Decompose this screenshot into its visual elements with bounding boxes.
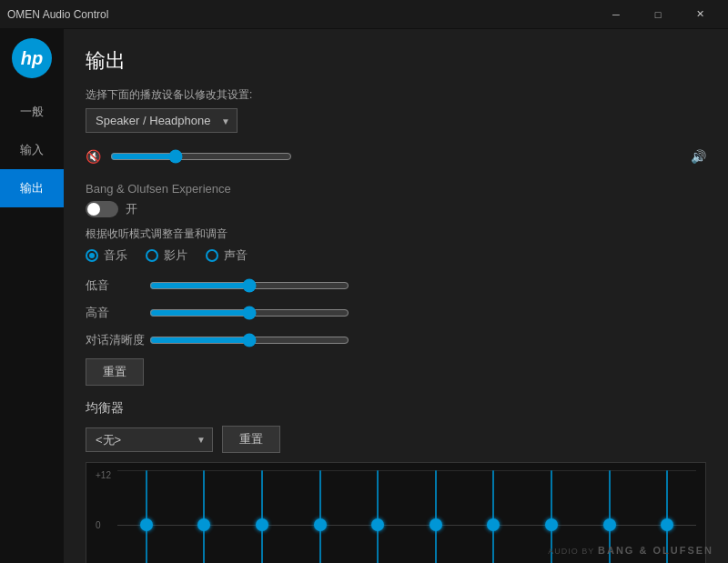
eq-thumb-0[interactable] (140, 518, 153, 531)
sidebar-item-general[interactable]: 一般 (0, 93, 64, 131)
treble-label: 高音 (86, 305, 149, 321)
sidebar: hp 一般 输入 输出 (0, 29, 64, 563)
sidebar-item-input[interactable]: 输入 (0, 131, 64, 169)
page-title: 输出 (86, 47, 706, 75)
mode-label: 根据收听模式调整音量和调音 (86, 226, 706, 242)
main-content: 输出 选择下面的播放设备以修改其设置: Speaker / Headphone … (64, 29, 728, 563)
eq-controls-row: <无> ▼ 重置 (86, 426, 706, 453)
eq-band-5 (427, 470, 445, 563)
beo-section: Bang & Olufsen Experience 开 根据收听模式调整音量和调… (86, 182, 706, 264)
treble-row: 高音 (86, 304, 706, 322)
eq-band-3 (311, 470, 329, 563)
eq-thumb-2[interactable] (256, 518, 268, 531)
footer: AUDIO BY BANG & OLUFSEN (548, 545, 713, 556)
eq-db-label-plus12: +12 (96, 470, 117, 480)
radio-voice[interactable]: 声音 (206, 247, 248, 264)
bass-row: 低音 (86, 276, 706, 295)
app-body: hp 一般 输入 输出 输出 选择下面的播放设备以修改其设置: Speaker … (0, 29, 728, 563)
clarity-row: 对话清晰度 (86, 331, 706, 349)
eq-db-label-zero: 0 (96, 520, 117, 530)
params-reset-button[interactable]: 重置 (86, 358, 144, 386)
eq-db-labels: +12 0 -12 (96, 470, 117, 563)
treble-slider-container (149, 304, 706, 322)
footer-audio-by: AUDIO BY (548, 547, 594, 556)
eq-thumb-5[interactable] (430, 518, 442, 531)
eq-band-1 (195, 470, 213, 563)
bass-slider-container (149, 276, 706, 295)
radio-music[interactable]: 音乐 (86, 247, 127, 264)
eq-thumb-9[interactable] (661, 518, 673, 531)
eq-label: 均衡器 (86, 400, 706, 417)
beo-toggle[interactable] (86, 201, 118, 217)
eq-band-4 (369, 470, 387, 563)
maximize-button[interactable]: □ (637, 0, 679, 29)
volume-slider-container (110, 147, 682, 166)
eq-preset-dropdown[interactable]: <无> (86, 427, 213, 452)
toggle-knob (87, 203, 100, 216)
sidebar-item-output[interactable]: 输出 (0, 169, 64, 207)
device-dropdown-container: Speaker / Headphone ▼ (86, 108, 238, 133)
eq-reset-button[interactable]: 重置 (222, 426, 280, 453)
treble-slider[interactable] (149, 306, 349, 320)
clarity-slider[interactable] (149, 333, 349, 347)
minimize-button[interactable]: ─ (595, 0, 637, 29)
window-controls: ─ □ ✕ (595, 0, 721, 29)
eq-thumb-6[interactable] (487, 518, 500, 531)
bass-label: 低音 (86, 277, 149, 294)
eq-thumb-8[interactable] (603, 518, 616, 531)
radio-circle-voice (206, 249, 218, 262)
device-label: 选择下面的播放设备以修改其设置: (86, 87, 706, 103)
eq-band-6 (484, 470, 502, 563)
eq-preset-dropdown-container: <无> ▼ (86, 427, 213, 452)
eq-band-0 (137, 470, 156, 563)
footer-brand: BANG & OLUFSEN (598, 545, 713, 556)
bass-slider[interactable] (149, 278, 349, 293)
titlebar: OMEN Audio Control ─ □ ✕ (0, 0, 728, 29)
app-title: OMEN Audio Control (7, 8, 595, 21)
eq-band-2 (253, 470, 271, 563)
toggle-label: 开 (126, 201, 137, 217)
eq-thumb-3[interactable] (314, 518, 327, 531)
eq-section: 均衡器 <无> ▼ 重置 +12 0 -12 (86, 400, 706, 563)
beo-label: Bang & Olufsen Experience (86, 182, 706, 196)
clarity-slider-container (149, 331, 706, 349)
volume-min-icon: 🔇 (86, 149, 101, 164)
eq-thumb-7[interactable] (545, 518, 558, 531)
volume-max-icon: 🔊 (691, 149, 706, 164)
hp-logo: hp (12, 38, 52, 78)
clarity-label: 对话清晰度 (86, 332, 149, 348)
mode-radio-group: 音乐 影片 声音 (86, 247, 706, 264)
radio-circle-film (146, 249, 158, 262)
radio-film[interactable]: 影片 (146, 247, 187, 264)
close-button[interactable]: ✕ (679, 0, 721, 29)
eq-thumb-4[interactable] (371, 518, 384, 531)
eq-thumb-1[interactable] (197, 518, 210, 531)
volume-row: 🔇 🔊 (86, 147, 706, 166)
radio-circle-music (86, 249, 98, 262)
device-dropdown[interactable]: Speaker / Headphone (86, 108, 238, 133)
volume-slider[interactable] (110, 149, 292, 164)
toggle-row: 开 (86, 201, 706, 217)
